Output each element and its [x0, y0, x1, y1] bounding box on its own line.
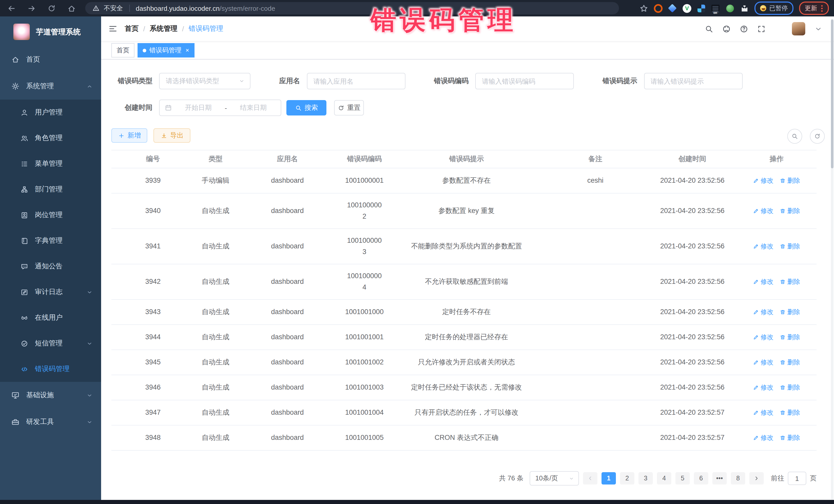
app-title: 芋道管理系统: [36, 27, 81, 37]
edit-link[interactable]: 修改: [753, 206, 773, 216]
orange-circle-extension-icon[interactable]: [654, 4, 663, 13]
delete-link[interactable]: 删除: [780, 357, 800, 368]
search-button[interactable]: 搜索: [286, 100, 326, 115]
delete-link[interactable]: 删除: [780, 241, 800, 251]
page-button-6[interactable]: 6: [694, 472, 708, 484]
table-row: 3946自动生成dashboard1001001003定时任务已经处于该状态，无…: [111, 375, 816, 400]
address-bar[interactable]: 不安全 dashboard.yudao.iocoder.cn/system/er…: [85, 2, 619, 14]
row-type: 自动生成: [195, 407, 237, 418]
page-button-3[interactable]: 3: [638, 472, 653, 484]
delete-link[interactable]: 删除: [780, 176, 800, 186]
sidebar-item-system[interactable]: 系统管理: [0, 73, 101, 100]
delete-link[interactable]: 删除: [780, 307, 800, 317]
page-scrollbar[interactable]: [831, 19, 833, 500]
puzzle-extensions-icon[interactable]: [740, 4, 749, 13]
sidebar-item-dict[interactable]: 字典管理: [0, 228, 101, 254]
edit-link[interactable]: 修改: [753, 382, 773, 393]
page-button-5[interactable]: 5: [675, 472, 690, 484]
delete-link[interactable]: 删除: [780, 206, 800, 216]
delete-link[interactable]: 删除: [780, 382, 800, 393]
sidebar-item-infra[interactable]: 基础设施: [0, 382, 101, 409]
blue-gem-extension-icon[interactable]: [668, 4, 677, 13]
sidebar-item-online-user[interactable]: 在线用户: [0, 305, 101, 330]
sidebar-item-post[interactable]: 岗位管理: [0, 202, 101, 228]
bookmark-star-icon[interactable]: [639, 4, 648, 13]
font-size-icon[interactable]: [774, 24, 783, 33]
row-msg: 只有开启状态的任务，才可以修改: [391, 407, 543, 418]
edit-link[interactable]: 修改: [753, 307, 773, 317]
warning-triangle-icon[interactable]: [92, 5, 100, 12]
code-input[interactable]: [476, 77, 573, 85]
page-button-4[interactable]: 4: [657, 472, 671, 484]
github-icon[interactable]: [722, 24, 731, 33]
more-pages-button[interactable]: •••: [712, 472, 727, 484]
edit-link[interactable]: 修改: [753, 357, 773, 368]
security-label[interactable]: 不安全: [104, 4, 123, 13]
grid-extension-icon[interactable]: [697, 4, 706, 13]
sidebar-item-dev-tools[interactable]: 研发工具: [0, 409, 101, 435]
goto-page-input[interactable]: [788, 475, 806, 482]
edit-link[interactable]: 修改: [753, 176, 773, 186]
sidebar-item-menu[interactable]: 菜单管理: [0, 151, 101, 177]
date-range-picker[interactable]: 开始日期 - 结束日期: [159, 100, 281, 116]
row-app: dashboard: [237, 175, 338, 186]
delete-link[interactable]: 删除: [780, 433, 800, 443]
toolbox-icon: [11, 418, 20, 426]
prev-page-button[interactable]: [583, 472, 597, 484]
url-text[interactable]: dashboard.yudao.iocoder.cn/system/error-…: [136, 4, 275, 12]
page-button-8[interactable]: 8: [731, 472, 745, 484]
refresh-table-button[interactable]: [810, 129, 825, 144]
edit-link[interactable]: 修改: [753, 241, 773, 251]
collapse-sidebar-icon[interactable]: [108, 24, 117, 34]
type-select[interactable]: 请选择错误码类型: [159, 73, 250, 89]
delete-link[interactable]: 删除: [780, 277, 800, 287]
export-button[interactable]: 导出: [153, 128, 191, 143]
paused-badge[interactable]: 已暂停: [754, 2, 793, 15]
sidebar-item-sms[interactable]: 短信管理: [0, 330, 101, 356]
page-button-2[interactable]: 2: [620, 472, 634, 484]
edit-link[interactable]: 修改: [753, 277, 773, 287]
delete-link[interactable]: 删除: [780, 332, 800, 342]
search-icon[interactable]: [705, 24, 714, 33]
update-button[interactable]: 更新: [799, 2, 829, 15]
reset-button[interactable]: 重置: [334, 100, 364, 115]
next-page-button[interactable]: [749, 472, 764, 484]
sidebar-item-user[interactable]: 用户管理: [0, 100, 101, 125]
add-button[interactable]: 新增: [111, 128, 147, 143]
page-size-select[interactable]: 10条/页: [530, 471, 579, 485]
green-v-extension-icon[interactable]: V: [683, 4, 691, 13]
tag-view-bar: 首页 错误码管理×: [101, 42, 834, 60]
edit-link[interactable]: 修改: [753, 433, 773, 443]
list-on-extension-icon[interactable]: on: [711, 4, 720, 13]
edit-link[interactable]: 修改: [753, 408, 773, 418]
breadcrumb-home[interactable]: 首页: [125, 24, 138, 34]
sidebar-item-role[interactable]: 角色管理: [0, 125, 101, 151]
tab-home[interactable]: 首页: [111, 43, 134, 58]
home-icon[interactable]: [67, 4, 76, 13]
forward-icon[interactable]: [27, 4, 36, 13]
green-badge-extension-icon[interactable]: [726, 4, 734, 13]
sidebar-item-audit-log[interactable]: 审计日志: [0, 279, 101, 305]
tab-close-icon[interactable]: ×: [185, 47, 189, 54]
browser-menu-dots-icon[interactable]: [821, 5, 823, 12]
delete-link[interactable]: 删除: [780, 408, 800, 418]
hide-search-button[interactable]: [787, 129, 802, 144]
help-icon[interactable]: [740, 24, 748, 33]
sidebar-item-dept[interactable]: 部门管理: [0, 177, 101, 202]
chevron-down-icon[interactable]: [814, 24, 823, 33]
back-icon[interactable]: [7, 4, 16, 13]
sidebar-logo[interactable]: 芋道管理系统: [0, 17, 101, 46]
breadcrumb-system[interactable]: 系统管理: [150, 24, 178, 34]
app-input[interactable]: [307, 77, 405, 85]
msg-input[interactable]: [644, 77, 742, 85]
sidebar-item-notice[interactable]: 通知公告: [0, 254, 101, 279]
edit-link[interactable]: 修改: [753, 332, 773, 342]
reload-icon[interactable]: [47, 4, 56, 13]
page-button-1[interactable]: 1: [601, 472, 616, 484]
tab-error-code[interactable]: 错误码管理×: [137, 43, 194, 58]
sidebar-item-home[interactable]: 首页: [0, 46, 101, 73]
fullscreen-icon[interactable]: [757, 24, 766, 33]
scrollbar-thumb[interactable]: [831, 20, 833, 168]
user-avatar[interactable]: [792, 22, 805, 36]
sidebar-item-error-code[interactable]: 错误码管理: [0, 356, 101, 382]
